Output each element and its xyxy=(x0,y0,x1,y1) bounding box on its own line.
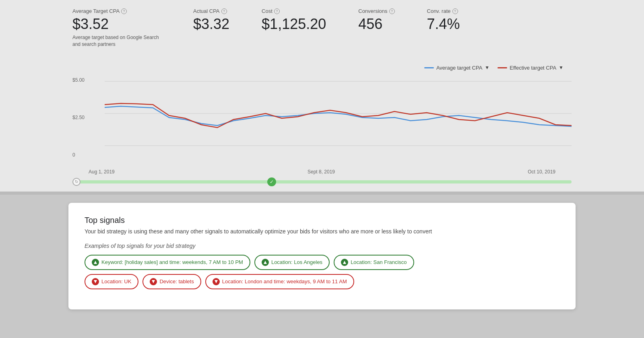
x-axis-labels: Aug 1, 2019 Sept 8, 2019 Oct 10, 2019 xyxy=(72,169,572,175)
tablets-negative-icon xyxy=(150,278,157,285)
signal-chip-uk[interactable]: Location: UK xyxy=(85,274,138,289)
la-chip-label: Location: Los Angeles xyxy=(271,259,322,265)
avg-target-cpa-label: Average Target CPA xyxy=(72,8,120,14)
effective-target-line-chart xyxy=(105,103,572,128)
svg-marker-6 xyxy=(94,280,97,283)
metrics-row: Average Target CPA ? $3.52 Average targe… xyxy=(72,8,572,48)
effective-target-line xyxy=(497,67,507,68)
conversions-value: 456 xyxy=(358,16,394,33)
chart-section: Average target CPA ▼ Effective target CP… xyxy=(0,65,644,192)
signal-chip-tablets[interactable]: Device: tablets xyxy=(142,274,201,289)
signal-chip-keyword[interactable]: Keyword: [holiday sales] and time: weeke… xyxy=(85,255,250,270)
signals-examples-label: Examples of top signals for your bid str… xyxy=(85,243,559,249)
svg-marker-4 xyxy=(264,261,267,264)
keyword-chip-label: Keyword: [holiday sales] and time: weeke… xyxy=(101,259,243,265)
negative-signals-row: Location: UK Device: tablets Location: L… xyxy=(85,274,559,289)
avg-target-line xyxy=(424,67,434,68)
keyword-positive-icon xyxy=(92,259,99,266)
actual-cpa-label: Actual CPA xyxy=(193,8,220,14)
legend-effective-target[interactable]: Effective target CPA ▼ xyxy=(497,65,564,71)
london-chip-label: Location: London and time: weekdays, 9 A… xyxy=(222,278,347,284)
timeline-handle-left[interactable]: ↻ xyxy=(72,178,80,186)
actual-cpa-help-icon[interactable]: ? xyxy=(221,8,227,14)
legend-avg-target[interactable]: Average target CPA ▼ xyxy=(424,65,489,71)
uk-negative-icon xyxy=(92,278,99,285)
svg-marker-3 xyxy=(94,261,97,264)
signals-description: Your bid strategy is using these and man… xyxy=(85,228,559,235)
timeline-handle-right[interactable]: ✓ xyxy=(267,177,276,186)
conv-rate-help-icon[interactable]: ? xyxy=(452,8,458,14)
metric-conv-rate: Conv. rate ? 7.4% xyxy=(427,8,460,48)
metric-avg-target-cpa: Average Target CPA ? $3.52 Average targe… xyxy=(72,8,161,48)
x-label-start: Aug 1, 2019 xyxy=(89,169,115,175)
cost-value: $1,125.20 xyxy=(262,16,326,33)
conversions-label: Conversions xyxy=(358,8,387,14)
effective-target-legend-label: Effective target CPA xyxy=(510,65,556,71)
la-positive-icon xyxy=(262,259,269,266)
avg-target-legend-label: Average target CPA xyxy=(436,65,482,71)
svg-marker-5 xyxy=(343,261,346,264)
checkmark-icon: ✓ xyxy=(270,179,274,185)
avg-target-cpa-help-icon[interactable]: ? xyxy=(121,8,127,14)
positive-signals-row: Keyword: [holiday sales] and time: weeke… xyxy=(85,255,559,270)
avg-target-cpa-note: Average target based on Google Search an… xyxy=(72,34,161,48)
metric-actual-cpa: Actual CPA ? $3.32 xyxy=(193,8,229,48)
section-divider xyxy=(0,192,644,195)
y-label-bottom: 0 xyxy=(72,152,85,158)
actual-cpa-value: $3.32 xyxy=(193,16,229,33)
sf-chip-label: Location: San Francisco xyxy=(351,259,407,265)
avg-target-legend-dropdown[interactable]: ▼ xyxy=(485,65,489,70)
uk-chip-label: Location: UK xyxy=(101,278,131,284)
timeline-bar[interactable]: ↻ ✓ xyxy=(72,180,572,183)
metric-conversions: Conversions ? 456 xyxy=(358,8,394,48)
sf-positive-icon xyxy=(341,259,348,266)
y-label-mid: $2.50 xyxy=(72,115,85,120)
effective-target-legend-dropdown[interactable]: ▼ xyxy=(559,65,564,70)
y-label-top: $5.00 xyxy=(72,77,85,83)
signals-title: Top signals xyxy=(85,216,559,225)
cost-label: Cost xyxy=(262,8,272,14)
chart-svg xyxy=(72,77,572,166)
x-label-mid: Sept 8, 2019 xyxy=(308,169,335,175)
signal-chip-los-angeles[interactable]: Location: Los Angeles xyxy=(254,255,330,270)
conversions-help-icon[interactable]: ? xyxy=(389,8,395,14)
svg-marker-7 xyxy=(152,280,155,283)
metric-cost: Cost ? $1,125.20 xyxy=(262,8,326,48)
signal-chip-london[interactable]: Location: London and time: weekdays, 9 A… xyxy=(205,274,354,289)
timeline-track[interactable]: ↻ ✓ xyxy=(72,180,572,183)
reload-icon: ↻ xyxy=(75,179,78,184)
conv-rate-value: 7.4% xyxy=(427,16,460,33)
cost-help-icon[interactable]: ? xyxy=(274,8,280,14)
london-negative-icon xyxy=(213,278,220,285)
signals-panel: Top signals Your bid strategy is using t… xyxy=(68,203,576,309)
conv-rate-label: Conv. rate xyxy=(427,8,451,14)
tablets-chip-label: Device: tablets xyxy=(159,278,194,284)
chart-container: $5.00 $2.50 0 Aug 1, 2019 Sept 8, 2019 O… xyxy=(72,77,572,174)
y-axis-labels: $5.00 $2.50 0 xyxy=(72,77,85,158)
metrics-section: Average Target CPA ? $3.52 Average targe… xyxy=(0,0,644,65)
signal-chip-san-francisco[interactable]: Location: San Francisco xyxy=(334,255,414,270)
x-label-end: Oct 10, 2019 xyxy=(528,169,555,175)
svg-marker-8 xyxy=(215,280,218,283)
avg-target-cpa-value: $3.52 xyxy=(72,16,161,33)
chart-legend: Average target CPA ▼ Effective target CP… xyxy=(72,65,572,71)
